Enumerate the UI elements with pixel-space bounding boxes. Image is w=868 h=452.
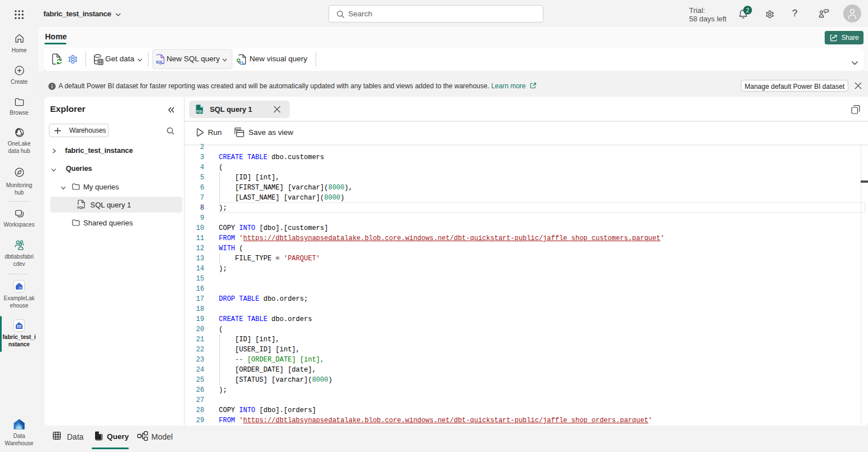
- svg-text:SQL: SQL: [196, 110, 203, 113]
- svg-text:2: 2: [746, 7, 749, 13]
- svg-text:SQL: SQL: [77, 206, 84, 209]
- svg-text:SQL: SQL: [156, 60, 163, 65]
